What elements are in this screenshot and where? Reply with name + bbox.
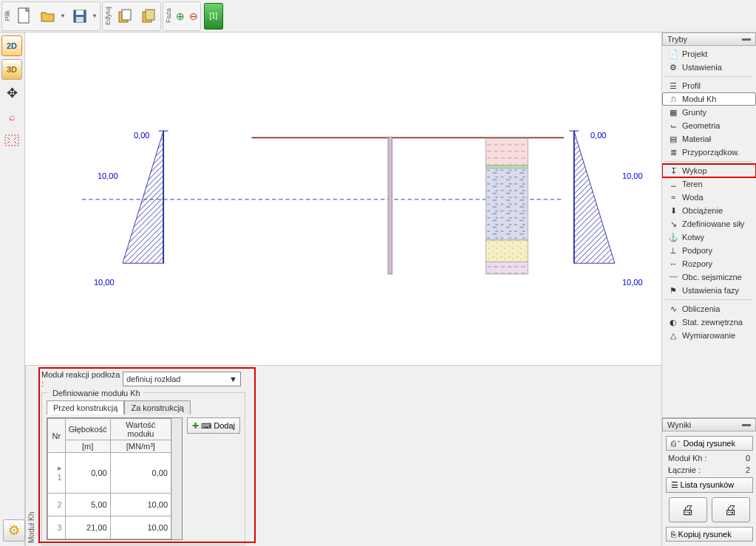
tab-before[interactable]: Przed konstrukcją: [47, 400, 124, 414]
tree-icon: ⊥: [668, 245, 678, 256]
tab-after[interactable]: Za konstrukcją: [124, 400, 191, 414]
table-scrollbar[interactable]: [171, 418, 182, 539]
tree-icon: ↔: [668, 259, 678, 269]
open-dropdown[interactable]: ▼: [60, 13, 68, 19]
tree-label: Zdefiniowane siły: [682, 219, 744, 228]
minimize-modes[interactable]: [742, 38, 751, 41]
tree-item-profil[interactable]: ☰Profil: [662, 79, 756, 92]
drawing-list-button[interactable]: ☰ Lista rysunków: [666, 477, 753, 493]
tree-label: Materiał: [682, 134, 711, 143]
add-row-button[interactable]: ✚ ⌨ Dodaj: [187, 417, 240, 434]
tree-item-rozpory[interactable]: ↔Rozpory: [662, 257, 756, 270]
drawing-canvas[interactable]: 0,00 10,00 10,00 0,00 10,00 10,00: [25, 33, 661, 365]
save-file-button[interactable]: [68, 3, 92, 30]
copy-button[interactable]: [113, 3, 137, 30]
tree-icon: ⚑: [668, 285, 678, 296]
tree-item-obci-enie[interactable]: ⬇Obciążenie: [662, 204, 756, 217]
view-2d-button[interactable]: 2D: [1, 35, 22, 56]
tree-label: Moduł Kh: [682, 95, 716, 103]
printer-color-icon: 🖨: [724, 502, 738, 518]
results-panel: Wyniki ⎙⁺ Dodaj rysunek Moduł Kh : 0 Łąc…: [662, 417, 756, 546]
tree-label: Przyporządkow.: [682, 148, 740, 157]
tree-item-zdefiniowane-si-y[interactable]: ↘Zdefiniowane siły: [662, 217, 756, 231]
tree-item-modu-kh[interactable]: ⎍Moduł Kh: [662, 92, 756, 106]
table-row[interactable]: ▸ 10,000,00: [48, 453, 171, 494]
tree-item-materia-[interactable]: ▤Materiał: [662, 132, 756, 146]
add-drawing-button[interactable]: ⎙⁺ Dodaj rysunek: [666, 436, 753, 451]
tree-item-grunty[interactable]: ▦Grunty: [662, 106, 756, 119]
copy-icon: ⎘: [671, 530, 676, 539]
svg-rect-2: [76, 10, 84, 15]
tree-icon: ⌙: [668, 120, 678, 131]
tree-icon: ⚙: [668, 62, 678, 72]
tree-icon: ◐: [668, 317, 678, 327]
tree-item-woda[interactable]: ≈Woda: [662, 191, 756, 204]
phase-tab-1[interactable]: [1]: [204, 3, 223, 30]
paste-button[interactable]: [137, 3, 160, 30]
kh-table[interactable]: Nr Głębokość Wartość modułu [m] [MN/m³]: [47, 418, 171, 539]
open-file-button[interactable]: [36, 3, 60, 30]
tree-item-kotwy[interactable]: ⚓Kotwy: [662, 231, 756, 244]
tree-label: Obciążenie: [682, 206, 723, 215]
top-toolbar: Plik ▼ ▼ Edytuj Faza ⊕ ⊖ [1]: [0, 0, 756, 33]
fit-view-button[interactable]: [1, 130, 22, 151]
pan-button[interactable]: ✥: [1, 83, 22, 103]
tree-label: Stat. zewnętrzna: [682, 318, 743, 327]
tree-icon: ⚓: [668, 232, 678, 242]
svg-rect-3: [76, 17, 84, 22]
tree-label: Kotwy: [682, 233, 704, 242]
tree-label: Wykop: [682, 166, 707, 175]
tree-item-obliczenia[interactable]: ∿Obliczenia: [662, 302, 756, 315]
tree-item-przyporz-dkow-[interactable]: ≣Przyporządkow.: [662, 146, 756, 159]
tree-icon: △: [668, 330, 678, 341]
tree-item-ustawienia-fazy[interactable]: ⚑Ustawienia fazy: [662, 284, 756, 297]
save-dropdown[interactable]: ▼: [92, 13, 100, 19]
results-header: Wyniki: [662, 418, 756, 431]
print-color-button[interactable]: 🖨: [712, 497, 750, 522]
dim-right-mid: 10,00: [622, 171, 643, 180]
tree-icon: 📄: [668, 49, 678, 59]
table-row[interactable]: 321,0010,00: [48, 516, 171, 539]
zoom-region-button[interactable]: ⌕: [1, 106, 22, 127]
col-nr: Nr: [48, 419, 66, 453]
reaction-modulus-select[interactable]: definiuj rozkład ▼: [123, 372, 241, 386]
tree-icon: ≈: [668, 192, 678, 202]
tree-label: Teren: [682, 180, 703, 188]
file-group: Plik ▼ ▼: [1, 1, 101, 31]
tree-item-wykop[interactable]: ↧Wykop: [662, 164, 756, 177]
edit-group-label: Edytuj: [103, 5, 113, 27]
add-drawing-icon: ⎙⁺: [671, 439, 681, 448]
tree-item-ustawienia[interactable]: ⚙Ustawienia: [662, 61, 756, 74]
tree-item-stat-zewn-trzna[interactable]: ◐Stat. zewnętrzna: [662, 315, 756, 329]
view-3d-button[interactable]: 3D: [1, 59, 22, 80]
tree-icon: ≣: [668, 147, 678, 157]
tree-item-projekt[interactable]: 📄Projekt: [662, 47, 756, 61]
tree-label: Wymiarowanie: [682, 331, 735, 340]
tree-label: Geometria: [682, 121, 720, 130]
tree-label: Ustawienia fazy: [682, 286, 739, 295]
kh-table-container: Nr Głębokość Wartość modułu [m] [MN/m³]: [47, 417, 183, 540]
settings-button[interactable]: ⚙: [3, 519, 25, 542]
dim-top-right: 0,00: [590, 131, 606, 140]
tree-item-obc-sejsmiczne[interactable]: 〰Obc. sejsmiczne: [662, 270, 756, 284]
table-row[interactable]: 25,0010,00: [48, 493, 171, 516]
bottom-panel: Moduł reakcji podłoża : definiuj rozkład…: [37, 366, 661, 546]
minimize-results[interactable]: [742, 424, 751, 426]
dim-right-bot: 10,00: [622, 278, 643, 287]
col-value-unit: [MN/m³]: [110, 440, 171, 453]
tree-item-wymiarowanie[interactable]: △Wymiarowanie: [662, 329, 756, 342]
tree-item-geometria[interactable]: ⌙Geometria: [662, 119, 756, 132]
tree-label: Podpory: [682, 246, 712, 255]
remove-phase-button[interactable]: ⊖: [187, 3, 200, 30]
reaction-modulus-label: Moduł reakcji podłoża :: [41, 370, 123, 388]
result-row-kh: Moduł Kh : 0: [665, 452, 753, 464]
modes-tree: 📄Projekt⚙Ustawienia☰Profil⎍Moduł Kh▦Grun…: [662, 46, 756, 417]
add-phase-button[interactable]: ⊕: [174, 3, 187, 30]
col-value: Wartość modułu: [110, 419, 171, 440]
tree-label: Projekt: [682, 50, 707, 58]
tree-item-teren[interactable]: ⎽Teren: [662, 177, 756, 191]
print-button[interactable]: 🖨: [669, 497, 707, 522]
new-file-button[interactable]: [13, 3, 36, 30]
tree-item-podpory[interactable]: ⊥Podpory: [662, 244, 756, 257]
copy-drawing-button[interactable]: ⎘ Kopiuj rysunek: [666, 527, 753, 542]
